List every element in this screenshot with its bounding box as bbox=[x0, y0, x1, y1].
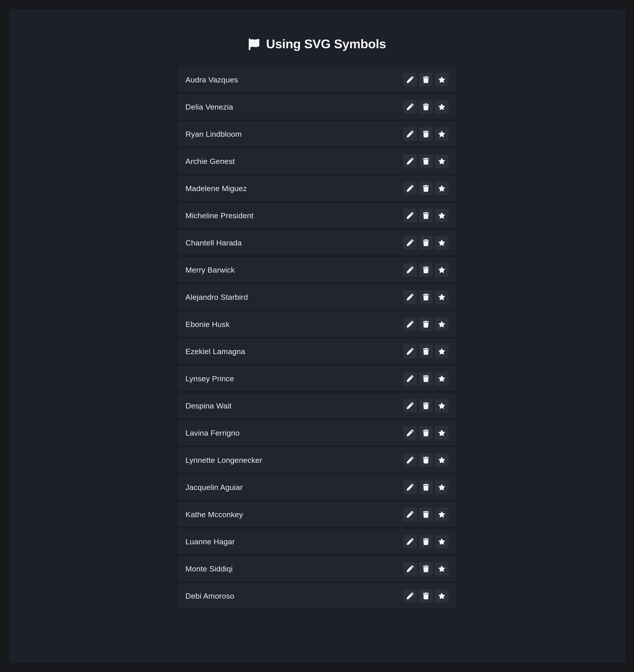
pencil-icon bbox=[407, 511, 414, 518]
pencil-icon bbox=[407, 76, 414, 83]
list-item: Lavina Ferrigno bbox=[178, 420, 456, 446]
edit-button[interactable] bbox=[403, 589, 417, 603]
edit-button[interactable] bbox=[403, 127, 417, 141]
star-icon bbox=[438, 266, 445, 273]
edit-button[interactable] bbox=[403, 399, 417, 412]
pencil-icon bbox=[407, 593, 414, 599]
delete-button[interactable] bbox=[419, 426, 433, 440]
star-button[interactable] bbox=[435, 480, 449, 494]
list-item: Lynsey Prince bbox=[178, 366, 456, 391]
star-button[interactable] bbox=[435, 154, 449, 168]
trash-icon bbox=[423, 212, 429, 219]
list-item: Archie Genest bbox=[178, 148, 456, 174]
edit-button[interactable] bbox=[403, 154, 417, 168]
edit-button[interactable] bbox=[403, 453, 417, 467]
edit-button[interactable] bbox=[403, 372, 417, 385]
pencil-icon bbox=[407, 239, 414, 246]
pencil-icon bbox=[407, 430, 414, 436]
delete-button[interactable] bbox=[419, 100, 433, 114]
delete-button[interactable] bbox=[419, 562, 433, 576]
pencil-icon bbox=[407, 402, 414, 409]
list-item: Alejandro Starbird bbox=[178, 284, 456, 310]
list-item: Debi Amoroso bbox=[178, 583, 456, 608]
star-button[interactable] bbox=[435, 535, 449, 548]
delete-button[interactable] bbox=[419, 480, 433, 494]
pencil-icon bbox=[407, 294, 414, 301]
list-item-actions bbox=[403, 453, 449, 467]
edit-button[interactable] bbox=[403, 508, 417, 521]
list-item-actions bbox=[403, 508, 449, 521]
pencil-icon bbox=[407, 103, 414, 110]
edit-button[interactable] bbox=[403, 182, 417, 195]
star-button[interactable] bbox=[435, 453, 449, 467]
star-icon bbox=[438, 212, 445, 219]
pencil-icon bbox=[407, 321, 414, 328]
list-item-name: Ebonie Husk bbox=[185, 320, 230, 329]
list-item-actions bbox=[403, 182, 449, 195]
delete-button[interactable] bbox=[419, 154, 433, 168]
star-button[interactable] bbox=[435, 73, 449, 87]
list-item-name: Debi Amoroso bbox=[185, 592, 234, 600]
star-button[interactable] bbox=[435, 399, 449, 412]
main-panel: Using SVG Symbols Audra VazquesDelia Ven… bbox=[9, 9, 625, 663]
list-item-actions bbox=[403, 317, 449, 331]
delete-button[interactable] bbox=[419, 453, 433, 467]
edit-button[interactable] bbox=[403, 236, 417, 249]
delete-button[interactable] bbox=[419, 209, 433, 222]
edit-button[interactable] bbox=[403, 100, 417, 114]
delete-button[interactable] bbox=[419, 535, 433, 548]
star-button[interactable] bbox=[435, 263, 449, 277]
edit-button[interactable] bbox=[403, 209, 417, 222]
star-button[interactable] bbox=[435, 344, 449, 358]
list-item: Ezekiel Lamagna bbox=[178, 339, 456, 364]
star-button[interactable] bbox=[435, 236, 449, 249]
star-button[interactable] bbox=[435, 508, 449, 521]
edit-button[interactable] bbox=[403, 317, 417, 331]
trash-icon bbox=[423, 402, 429, 409]
star-button[interactable] bbox=[435, 100, 449, 114]
delete-button[interactable] bbox=[419, 236, 433, 249]
delete-button[interactable] bbox=[419, 317, 433, 331]
star-button[interactable] bbox=[435, 290, 449, 304]
star-button[interactable] bbox=[435, 317, 449, 331]
list-item-actions bbox=[403, 263, 449, 277]
edit-button[interactable] bbox=[403, 344, 417, 358]
edit-button[interactable] bbox=[403, 73, 417, 87]
star-button[interactable] bbox=[435, 589, 449, 603]
edit-button[interactable] bbox=[403, 480, 417, 494]
star-button[interactable] bbox=[435, 127, 449, 141]
delete-button[interactable] bbox=[419, 589, 433, 603]
list-item-name: Chantell Harada bbox=[185, 238, 242, 247]
list-item-name: Monte Siddiqi bbox=[185, 565, 233, 573]
star-button[interactable] bbox=[435, 182, 449, 195]
trash-icon bbox=[423, 375, 429, 382]
delete-button[interactable] bbox=[419, 372, 433, 385]
delete-button[interactable] bbox=[419, 73, 433, 87]
edit-button[interactable] bbox=[403, 290, 417, 304]
page-title-text: Using SVG Symbols bbox=[266, 37, 386, 51]
delete-button[interactable] bbox=[419, 127, 433, 141]
delete-button[interactable] bbox=[419, 290, 433, 304]
list-item-name: Kathe Mcconkey bbox=[185, 510, 243, 519]
edit-button[interactable] bbox=[403, 535, 417, 548]
edit-button[interactable] bbox=[403, 562, 417, 576]
list-item-name: Ezekiel Lamagna bbox=[185, 347, 245, 356]
people-list: Audra VazquesDelia VeneziaRyan Lindbloom… bbox=[178, 67, 456, 608]
trash-icon bbox=[423, 566, 429, 572]
list-item: Despina Wait bbox=[178, 393, 456, 418]
pencil-icon bbox=[407, 130, 414, 138]
delete-button[interactable] bbox=[419, 344, 433, 358]
delete-button[interactable] bbox=[419, 182, 433, 195]
delete-button[interactable] bbox=[419, 508, 433, 521]
edit-button[interactable] bbox=[403, 426, 417, 440]
star-button[interactable] bbox=[435, 426, 449, 440]
delete-button[interactable] bbox=[419, 399, 433, 412]
app-frame: Using SVG Symbols Audra VazquesDelia Ven… bbox=[0, 0, 634, 672]
star-button[interactable] bbox=[435, 209, 449, 222]
list-item-actions bbox=[403, 236, 449, 249]
edit-button[interactable] bbox=[403, 263, 417, 277]
star-button[interactable] bbox=[435, 372, 449, 385]
delete-button[interactable] bbox=[419, 263, 433, 277]
list-item-actions bbox=[403, 209, 449, 222]
star-button[interactable] bbox=[435, 562, 449, 576]
